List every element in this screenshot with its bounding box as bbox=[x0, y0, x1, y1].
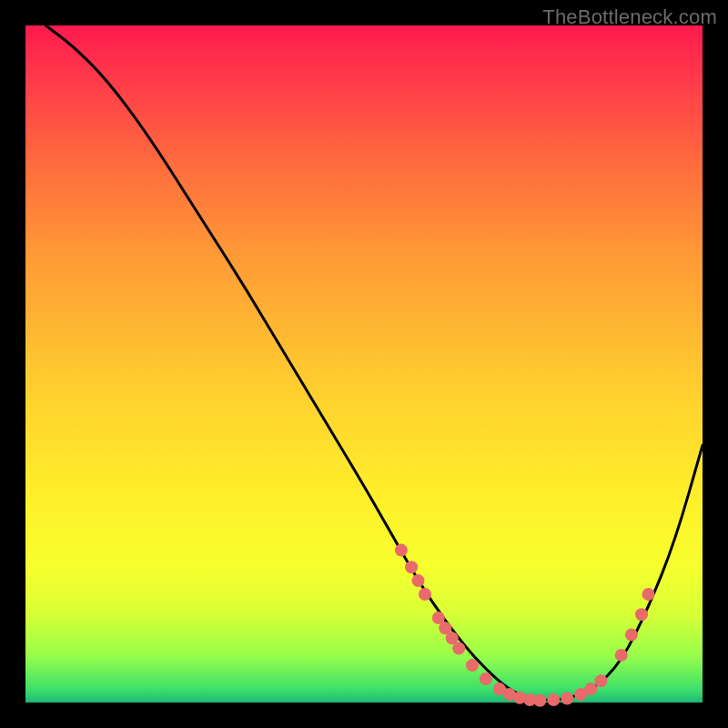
chart-svg bbox=[25, 25, 703, 703]
data-point bbox=[642, 588, 655, 601]
curve-line bbox=[46, 25, 703, 700]
data-point bbox=[561, 693, 573, 705]
data-point bbox=[533, 694, 546, 707]
data-point bbox=[547, 693, 560, 706]
data-point bbox=[452, 642, 465, 655]
data-point bbox=[635, 608, 648, 621]
data-point bbox=[625, 629, 638, 642]
data-point bbox=[594, 674, 607, 687]
data-points-group bbox=[395, 544, 655, 707]
data-point bbox=[480, 672, 492, 685]
data-point bbox=[395, 544, 408, 557]
data-point bbox=[405, 561, 418, 573]
data-point bbox=[615, 649, 628, 662]
data-point bbox=[584, 682, 597, 695]
data-point bbox=[466, 659, 479, 672]
data-point bbox=[419, 588, 431, 601]
data-point bbox=[412, 574, 425, 587]
